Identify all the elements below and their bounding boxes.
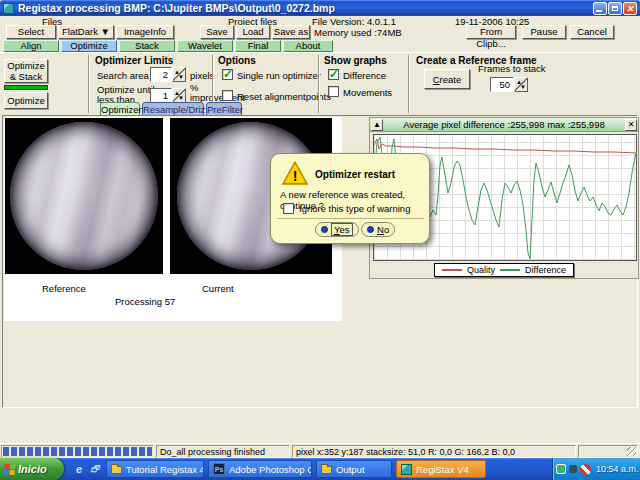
ignore-warning-checkbox[interactable]	[283, 203, 294, 214]
save-as-button[interactable]: Save as	[272, 25, 310, 39]
improvement-value[interactable]: 1	[150, 88, 172, 103]
optimize-button[interactable]: Optimize	[4, 92, 48, 109]
tab-stack[interactable]: Stack	[119, 40, 175, 52]
close-icon: ✕	[624, 3, 636, 14]
graph-collapse-button[interactable]: ▲	[371, 119, 383, 131]
taskbar-item-photoshop[interactable]: Ps Adobe Photoshop CS3	[208, 460, 312, 478]
optimizer-control-panel: Optimize & Stack Optimize Optimizer Limi…	[0, 52, 640, 115]
graph-close-button[interactable]: ✕	[625, 119, 637, 131]
optimizer-limits-title: Optimizer Limits	[95, 55, 173, 66]
quality-legend-label: Quality	[467, 265, 495, 275]
processing-status: Processing 57	[115, 296, 175, 307]
taskbar-item-registax[interactable]: RegiStax V4	[396, 460, 486, 478]
spin-down-icon: ▼	[178, 74, 184, 80]
imageinfo-button[interactable]: ImageInfo	[116, 25, 174, 39]
tab-about[interactable]: About	[283, 40, 333, 52]
frames-to-stack-spinner[interactable]: ▲▼	[514, 77, 528, 92]
tab-final[interactable]: Final	[235, 40, 281, 52]
memory-used-text: Memory used :74MB	[314, 27, 402, 38]
subtab-optimizer[interactable]: Optimizer	[100, 102, 140, 116]
taskbar-item-output[interactable]: Output	[316, 460, 392, 478]
select-button[interactable]: Select	[6, 25, 56, 39]
frames-to-stack-label: Frames to stack	[478, 63, 546, 74]
svg-text:!: !	[293, 168, 298, 184]
cancel-button[interactable]: Cancel	[570, 25, 614, 39]
tray-ati-icon[interactable]	[580, 464, 591, 475]
pause-button[interactable]: Pause	[522, 25, 566, 39]
from-clipboard-button[interactable]: From Clipb...	[466, 25, 516, 39]
close-button[interactable]: ✕	[623, 2, 637, 15]
windows-logo-icon	[3, 464, 15, 475]
improvement-spinner[interactable]: ▲▼	[172, 88, 186, 103]
graph-title: Average pixel difference :255,998 max :2…	[384, 119, 624, 130]
search-area-value[interactable]: 2	[150, 67, 172, 82]
separator	[88, 55, 90, 113]
load-button[interactable]: Load	[236, 25, 270, 39]
reset-alignmentpoints-checkbox[interactable]	[222, 90, 233, 101]
taskbar: Inicio e 🗗 Tutorial Registax 4 Ps Adobe …	[0, 458, 640, 480]
status-pixel-info-panel: pixel x:352 y:187 stacksize: 51,0 R: 0,0…	[292, 445, 576, 458]
reference-image[interactable]	[5, 118, 163, 274]
status-progress-panel	[1, 445, 154, 458]
system-tray: 10:54 a.m.	[552, 458, 640, 480]
internet-explorer-icon[interactable]: e	[72, 462, 86, 476]
spin-down-icon: ▼	[178, 95, 184, 101]
dialog-separator	[277, 218, 424, 219]
taskbar-item-label: Tutorial Registax 4	[126, 464, 204, 475]
save-button[interactable]: Save	[200, 25, 234, 39]
jupiter-reference-image	[10, 122, 158, 270]
minimize-button[interactable]	[593, 2, 607, 15]
create-button-label: Create	[433, 74, 462, 85]
file-version-text: File Version: 4.0.1.1	[312, 16, 396, 27]
difference-legend-swatch	[500, 269, 520, 271]
titlebar[interactable]: Registax processing BMP: C:\Jupiter BMPs…	[0, 0, 640, 16]
frames-to-stack-value[interactable]: 50	[490, 77, 514, 92]
start-button[interactable]: Inicio	[0, 458, 64, 480]
registax-app-icon	[3, 3, 14, 14]
status-message-panel: Do_all processing finished	[156, 445, 290, 458]
optimize-and-stack-button[interactable]: Optimize & Stack	[4, 59, 48, 83]
reset-alignmentpoints-label: Reset alignmentpoints	[237, 91, 331, 102]
current-caption: Current	[202, 283, 234, 294]
resize-grip[interactable]	[627, 447, 636, 456]
photoshop-icon: Ps	[213, 463, 225, 475]
subtab-prefilter[interactable]: PreFilter	[206, 102, 242, 116]
search-area-spinner[interactable]: ▲▼	[172, 67, 186, 82]
folder-icon	[111, 466, 122, 474]
separator	[408, 55, 410, 113]
taskbar-item-tutorial-registax[interactable]: Tutorial Registax 4	[106, 460, 204, 478]
tab-optimize[interactable]: Optimize	[61, 40, 117, 52]
optimizer-restart-dialog: ! Optimizer restart A new reference was …	[270, 153, 430, 244]
graph-legend: Quality Difference	[434, 263, 574, 277]
tray-media-icon[interactable]	[556, 464, 566, 474]
tab-wavelet[interactable]: Wavelet	[177, 40, 233, 52]
separator	[318, 55, 320, 113]
graph-header: ▲ Average pixel difference :255,998 max …	[370, 118, 638, 132]
toolbar: Files Project files File Version: 4.0.1.…	[0, 16, 640, 40]
difference-label: Difference	[343, 70, 386, 81]
no-button[interactable]: No	[361, 222, 395, 237]
spin-down-icon: ▼	[520, 84, 526, 90]
create-button[interactable]: Create	[424, 69, 470, 89]
show-desktop-icon[interactable]: 🗗	[88, 462, 102, 476]
difference-checkbox[interactable]	[328, 69, 339, 80]
tray-utility-icon[interactable]	[569, 465, 577, 473]
movements-checkbox[interactable]	[328, 86, 339, 97]
progress-bar	[3, 447, 152, 456]
no-button-label: No	[377, 224, 389, 235]
yes-button[interactable]: Yes	[315, 222, 359, 237]
registax-icon	[401, 464, 412, 475]
main-tabs: Align Optimize Stack Wavelet Final About	[0, 40, 640, 52]
radio-dot-icon	[367, 226, 374, 233]
tab-align[interactable]: Align	[3, 40, 59, 52]
subtab-resample-drizzle[interactable]: Resample/Drizzle	[142, 102, 204, 116]
ignore-warning-label: Ignore this type of warning	[299, 203, 410, 214]
radio-dot-icon	[321, 226, 328, 233]
single-run-optimizer-checkbox[interactable]	[222, 69, 233, 80]
single-run-optimizer-label: Single run optimizer	[237, 70, 321, 81]
flatdark-dropdown-button[interactable]: FlatDark ▼	[58, 25, 114, 39]
restore-button[interactable]	[608, 2, 622, 15]
window-title: Registax processing BMP: C:\Jupiter BMPs…	[18, 2, 592, 14]
taskbar-clock: 10:54 a.m.	[596, 464, 639, 474]
reference-caption: Reference	[42, 283, 86, 294]
